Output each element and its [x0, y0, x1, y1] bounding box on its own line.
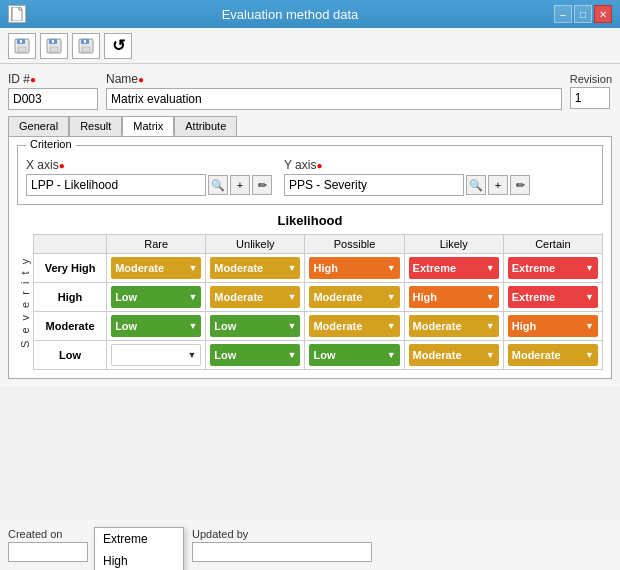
title-bar-controls: – □ ✕ — [554, 5, 612, 23]
cell-l-unlikely: LowModerateHighExtreme▼ — [206, 341, 305, 370]
cell-vh-rare: ModerateLowHighExtreme▼ — [107, 254, 206, 283]
minimize-button[interactable]: – — [554, 5, 572, 23]
y-axis-input-row: 🔍 + ✏ — [284, 174, 530, 196]
y-axis-label: Y axis● — [284, 158, 530, 172]
cell-m-possible: ModerateLowHighExtreme▼ — [305, 312, 404, 341]
title-bar: Evaluation method data – □ ✕ — [0, 0, 620, 28]
bottom-bar: Created on Last updated Updated by — [0, 520, 620, 570]
col-header-unlikely: Unlikely — [206, 235, 305, 254]
cell-m-likely: ModerateLowHighExtreme▼ — [404, 312, 503, 341]
tab-matrix[interactable]: Matrix — [122, 116, 174, 136]
maximize-button[interactable]: □ — [574, 5, 592, 23]
tab-result[interactable]: Result — [69, 116, 122, 136]
severity-label: S e v e r i t y — [17, 234, 33, 370]
id-label: ID #● — [8, 72, 98, 86]
svg-rect-7 — [50, 47, 58, 52]
cell-vh-possible: HighLowModerateExtreme▼ — [305, 254, 404, 283]
title-bar-title: Evaluation method data — [26, 7, 554, 22]
row-header-high: High — [34, 283, 107, 312]
col-header-likely: Likely — [404, 235, 503, 254]
dropdown-item-high[interactable]: High — [95, 550, 183, 570]
cell-vh-certain: ExtremeLowModerateHigh▼ — [503, 254, 602, 283]
svg-rect-12 — [84, 40, 86, 43]
x-axis-edit-btn[interactable]: ✏ — [252, 175, 272, 195]
save-button-1[interactable] — [8, 33, 36, 59]
updated-by-input[interactable] — [192, 542, 372, 562]
created-on-label: Created on — [8, 528, 88, 540]
row-header-moderate: Moderate — [34, 312, 107, 341]
title-bar-icon — [8, 5, 26, 23]
toolbar: ↺ — [0, 28, 620, 64]
y-axis-group: Y axis● 🔍 + ✏ — [284, 158, 530, 196]
cell-h-certain: ExtremeLowModerateHigh▼ — [503, 283, 602, 312]
cell-vh-unlikely: ModerateLowHighExtreme▼ — [206, 254, 305, 283]
x-axis-add-btn[interactable]: + — [230, 175, 250, 195]
col-header-rare: Rare — [107, 235, 206, 254]
revision-label: Revision — [570, 73, 612, 85]
cell-h-possible: ModerateLowHighExtreme▼ — [305, 283, 404, 312]
tab-attribute[interactable]: Attribute — [174, 116, 237, 136]
x-axis-search-btn[interactable]: 🔍 — [208, 175, 228, 195]
created-on-group: Created on — [8, 528, 88, 562]
name-group: Name● — [106, 72, 562, 110]
matrix-table: Rare Unlikely Possible Likely Certain Ve… — [33, 234, 603, 370]
table-row: High LowModerateHighExtreme▼ ModerateLow… — [34, 283, 603, 312]
cell-l-possible: LowModerateHighExtreme▼ — [305, 341, 404, 370]
svg-rect-4 — [20, 40, 22, 43]
table-row: Very High ModerateLowHighExtreme▼ Modera… — [34, 254, 603, 283]
revision-group: Revision — [570, 73, 612, 109]
form-row: ID #● Name● Revision — [8, 72, 612, 110]
y-axis-input[interactable] — [284, 174, 464, 196]
row-header-very-high: Very High — [34, 254, 107, 283]
close-button[interactable]: ✕ — [594, 5, 612, 23]
updated-by-group: Updated by — [192, 528, 372, 562]
col-header-certain: Certain — [503, 235, 602, 254]
dropdown-item-extreme[interactable]: Extreme — [95, 528, 183, 550]
save-button-2[interactable] — [40, 33, 68, 59]
matrix-section: Likelihood S e v e r i t y Rare Unlikely… — [17, 213, 603, 370]
tab-content: Criterion X axis● 🔍 + ✏ Y axis● — [8, 136, 612, 379]
svg-rect-8 — [52, 40, 54, 43]
cell-l-rare: LowModerateHighExtreme▼ — [107, 341, 206, 370]
matrix-table-wrap: Rare Unlikely Possible Likely Certain Ve… — [33, 234, 603, 370]
cell-h-likely: HighLowModerateExtreme▼ — [404, 283, 503, 312]
x-axis-input-row: 🔍 + ✏ — [26, 174, 272, 196]
cell-l-likely: ModerateLowHighExtreme▼ — [404, 341, 503, 370]
table-row: Low LowModerateHighExtreme▼ LowModerateH… — [34, 341, 603, 370]
table-row: Moderate LowModerateHighExtreme▼ LowMode… — [34, 312, 603, 341]
x-axis-input[interactable] — [26, 174, 206, 196]
id-group: ID #● — [8, 72, 98, 110]
updated-by-label: Updated by — [192, 528, 372, 540]
svg-rect-11 — [82, 47, 90, 52]
x-axis-group: X axis● 🔍 + ✏ — [26, 158, 272, 196]
tabs-row: General Result Matrix Attribute — [8, 116, 612, 136]
cell-m-rare: LowModerateHighExtreme▼ — [107, 312, 206, 341]
cell-l-certain: ModerateLowHighExtreme▼ — [503, 341, 602, 370]
id-input[interactable] — [8, 88, 98, 110]
cell-h-unlikely: ModerateLowHighExtreme▼ — [206, 283, 305, 312]
svg-rect-3 — [18, 47, 26, 52]
refresh-button[interactable]: ↺ — [104, 33, 132, 59]
criterion-legend: Criterion — [26, 138, 76, 150]
cell-m-certain: HighLowModerateExtreme▼ — [503, 312, 602, 341]
row-header-low: Low — [34, 341, 107, 370]
cell-h-rare: LowModerateHighExtreme▼ — [107, 283, 206, 312]
y-axis-edit-btn[interactable]: ✏ — [510, 175, 530, 195]
tab-general[interactable]: General — [8, 116, 69, 136]
cell-vh-likely: ExtremeLowModerateHigh▼ — [404, 254, 503, 283]
matrix-container: S e v e r i t y Rare Unlikely Possible L… — [17, 234, 603, 370]
name-input[interactable] — [106, 88, 562, 110]
main-content: ID #● Name● Revision General Result Matr… — [0, 64, 620, 387]
revision-input[interactable] — [570, 87, 610, 109]
cell-m-unlikely: LowModerateHighExtreme▼ — [206, 312, 305, 341]
created-on-input[interactable] — [8, 542, 88, 562]
corner-cell — [34, 235, 107, 254]
y-axis-add-btn[interactable]: + — [488, 175, 508, 195]
axis-row: X axis● 🔍 + ✏ Y axis● 🔍 — [26, 158, 594, 196]
col-header-possible: Possible — [305, 235, 404, 254]
name-label: Name● — [106, 72, 562, 86]
criterion-box: Criterion X axis● 🔍 + ✏ Y axis● — [17, 145, 603, 205]
save-button-3[interactable] — [72, 33, 100, 59]
matrix-title: Likelihood — [17, 213, 603, 228]
y-axis-search-btn[interactable]: 🔍 — [466, 175, 486, 195]
